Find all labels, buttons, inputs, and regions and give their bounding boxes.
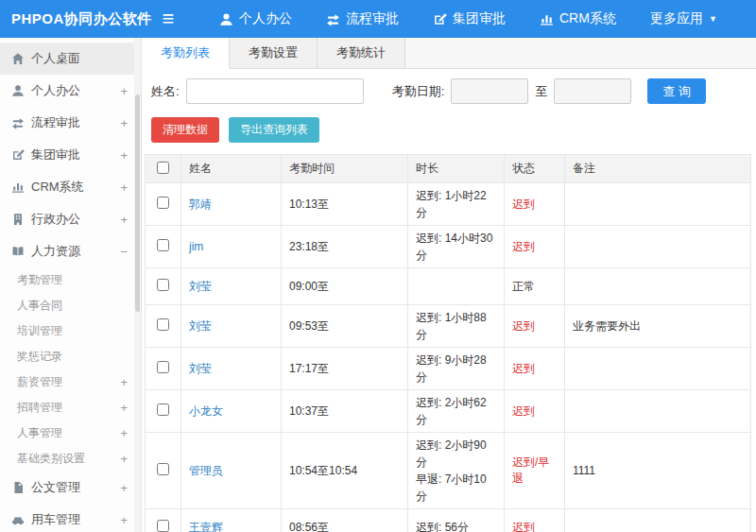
attendance-table-container: 姓名 考勤时间 时长 状态 备注 — [142, 154, 756, 532]
expand-toggle-icon[interactable]: + — [120, 213, 128, 227]
select-all-checkbox[interactable] — [157, 162, 169, 174]
expand-toggle-icon[interactable]: + — [120, 148, 128, 163]
flow-icon — [326, 12, 340, 26]
row-checkbox[interactable] — [157, 279, 169, 291]
export-list-button[interactable]: 导出查询列表 — [229, 117, 319, 143]
sidebar-item[interactable]: 公文管理 + — [0, 472, 141, 504]
menu-icon[interactable]: ≡ — [142, 0, 195, 38]
attendance-time-cell: 17:17至 — [282, 348, 408, 390]
clean-data-button[interactable]: 清理数据 — [151, 117, 219, 143]
note-cell — [565, 509, 751, 532]
sidebar-item[interactable]: 流程审批 + — [0, 107, 141, 139]
row-checkbox[interactable] — [157, 239, 169, 251]
expand-toggle-icon[interactable]: + — [120, 513, 128, 527]
row-check-cell — [146, 433, 181, 509]
search-button[interactable]: 查 询 — [647, 78, 706, 104]
tab-label: 考勤设置 — [249, 45, 298, 60]
sidebar-item[interactable]: 基础类别设置 + — [0, 446, 141, 472]
sidebar-item[interactable]: 人事合同 — [0, 293, 141, 318]
employee-name-link[interactable]: 刘莹 — [189, 319, 212, 333]
edit-icon — [11, 148, 25, 162]
select-all-cell — [146, 155, 181, 183]
name-filter-label: 姓名: — [151, 83, 180, 100]
sidebar-item[interactable]: 薪资管理 + — [0, 369, 141, 395]
column-header: 备注 — [565, 155, 751, 183]
expand-toggle-icon[interactable]: + — [120, 116, 128, 130]
app-window: PHPOA协同办公软件 ≡ 个人办公 ▼ 流程审批 ▼ 集团审批 — [0, 0, 756, 532]
topnav-item[interactable]: 流程审批 ▼ — [309, 0, 416, 38]
duration-cell: 迟到: 2小时90分 早退: 7小时10分 — [408, 433, 505, 509]
expand-toggle-icon[interactable]: + — [120, 375, 128, 389]
topnav-item[interactable]: 集团审批 ▼ — [416, 0, 523, 38]
sidebar-item[interactable]: 行政办公 + — [0, 203, 141, 235]
employee-name-link[interactable]: jim — [189, 240, 203, 253]
date-from-input[interactable] — [451, 78, 528, 104]
scrollbar-thumb[interactable] — [135, 94, 140, 312]
tab[interactable]: 考勤设置 — [230, 38, 318, 68]
topnav-item[interactable]: 个人办公 ▼ — [202, 0, 309, 38]
row-checkbox[interactable] — [157, 197, 169, 209]
sidebar-item[interactable]: 人力资源 − — [0, 235, 141, 267]
sidebar-item[interactable]: 用车管理 + — [0, 504, 141, 532]
employee-name-link[interactable]: 郭靖 — [189, 197, 212, 211]
row-checkbox[interactable] — [157, 318, 169, 331]
tab[interactable]: 考勤列表 — [142, 38, 230, 69]
sidebar-item-label: 集团审批 — [31, 146, 80, 163]
car-icon — [11, 513, 25, 526]
date-to-input[interactable] — [554, 78, 631, 104]
sidebar-item-label: 基础类别设置 — [17, 451, 85, 467]
topnav-label: 个人办公 — [239, 10, 292, 27]
employee-name-link[interactable]: 刘莹 — [189, 362, 212, 375]
sidebar: 个人桌面 个人办公 + 流程审批 + 集团审批 — [0, 38, 142, 532]
home-icon — [11, 52, 25, 65]
expand-toggle-icon[interactable]: + — [120, 401, 128, 415]
expand-toggle-icon[interactable]: − — [120, 245, 128, 259]
employee-name-link[interactable]: 小龙女 — [189, 404, 223, 418]
sidebar-item[interactable]: 招聘管理 + — [0, 395, 141, 420]
sidebar-item-label: 人力资源 — [31, 243, 80, 260]
sidebar-item[interactable]: 个人办公 + — [0, 75, 141, 107]
attendance-time-cell: 09:53至 — [282, 305, 408, 348]
table-row: 刘莹 09:00至 正常 — [146, 268, 751, 305]
sidebar-scrollbar[interactable] — [134, 38, 141, 532]
status-cell: 正常 — [505, 268, 565, 305]
status-cell: 迟到 — [505, 226, 565, 268]
table-row: 郭靖 10:13至 迟到: 1小时22分 迟到 — [146, 183, 751, 226]
chart-icon — [11, 180, 25, 194]
employee-name-link[interactable]: 刘莹 — [189, 280, 212, 293]
caret-down-icon: ▼ — [709, 14, 717, 24]
status-cell: 迟到 — [505, 305, 565, 348]
top-nav: 个人办公 ▼ 流程审批 ▼ 集团审批 ▼ CRM系统 — [202, 0, 734, 38]
row-checkbox[interactable] — [157, 520, 169, 532]
column-header: 姓名 — [181, 155, 282, 183]
sidebar-item[interactable]: 考勤管理 — [0, 267, 141, 293]
row-checkbox[interactable] — [157, 463, 169, 475]
flow-icon — [11, 116, 25, 129]
sidebar-item-label: CRM系统 — [31, 179, 84, 196]
tab[interactable]: 考勤统计 — [318, 38, 405, 68]
expand-toggle-icon[interactable]: + — [120, 426, 128, 440]
employee-name-link[interactable]: 王壹辉 — [189, 521, 223, 532]
sidebar-item[interactable]: 集团审批 + — [0, 139, 141, 171]
sidebar-item[interactable]: CRM系统 + — [0, 171, 141, 203]
note-cell — [565, 348, 751, 390]
topnav-item[interactable]: CRM系统 ▼ — [523, 0, 633, 38]
sidebar-item[interactable]: 个人桌面 — [0, 43, 141, 75]
sidebar-item[interactable]: 奖惩记录 — [0, 344, 141, 369]
status-cell: 迟到 — [505, 183, 565, 226]
expand-toggle-icon[interactable]: + — [120, 452, 128, 466]
sidebar-item-label: 人事合同 — [17, 298, 62, 314]
row-checkbox[interactable] — [157, 403, 169, 416]
employee-name-link[interactable]: 管理员 — [189, 464, 223, 477]
expand-toggle-icon[interactable]: + — [120, 481, 128, 495]
sidebar-item-label: 用车管理 — [31, 511, 80, 528]
sidebar-item[interactable]: 人事管理 + — [0, 420, 141, 446]
name-filter-input[interactable] — [186, 78, 364, 104]
expand-toggle-icon[interactable]: + — [120, 84, 128, 98]
sidebar-item[interactable]: 培训管理 — [0, 318, 141, 344]
topnav-item[interactable]: 更多应用 ▼ — [633, 0, 734, 38]
top-header: PHPOA协同办公软件 ≡ 个人办公 ▼ 流程审批 ▼ 集团审批 — [0, 0, 756, 38]
expand-toggle-icon[interactable]: + — [120, 180, 128, 195]
row-checkbox[interactable] — [157, 361, 169, 373]
sidebar-item-label: 人事管理 — [17, 425, 62, 441]
